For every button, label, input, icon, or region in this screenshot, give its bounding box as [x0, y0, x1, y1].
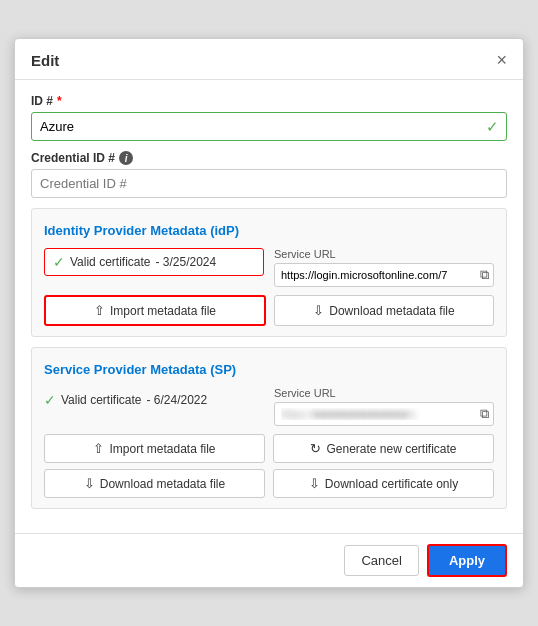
sp-url-input[interactable] [274, 402, 494, 426]
id-input-wrap: ✓ [31, 112, 507, 141]
idp-section-title: Identity Provider Metadata (idP) [44, 223, 494, 238]
sp-buttons-row-1: ⇧ Import metadata file ↻ Generate new ce… [44, 434, 494, 463]
sp-download-meta-btn[interactable]: ⇩ Download metadata file [44, 469, 265, 498]
idp-url-col: Service URL ⧉ [274, 248, 494, 287]
idp-download-btn[interactable]: ⇩ Download metadata file [274, 295, 494, 326]
credential-field-group: Credential ID # i [31, 151, 507, 198]
idp-cert-check-icon: ✓ [53, 254, 65, 270]
idp-import-btn[interactable]: ⇧ Import metadata file [44, 295, 266, 326]
modal-title: Edit [31, 52, 59, 69]
id-field-label: ID # * [31, 94, 507, 108]
sp-cert-url-row: ✓ Valid certificate - 6/24/2022 Service … [44, 387, 494, 426]
sp-valid-cert: ✓ Valid certificate - 6/24/2022 [44, 387, 264, 413]
sp-import-icon: ⇧ [93, 441, 104, 456]
sp-url-input-wrap: ⧉ [274, 402, 494, 426]
sp-generate-btn[interactable]: ↻ Generate new certificate [273, 434, 494, 463]
sp-download-cert-btn[interactable]: ⇩ Download certificate only [273, 469, 494, 498]
info-icon[interactable]: i [119, 151, 133, 165]
id-input[interactable] [31, 112, 507, 141]
idp-cert-col: ✓ Valid certificate - 3/25/2024 [44, 248, 264, 276]
apply-button[interactable]: Apply [427, 544, 507, 577]
idp-section: Identity Provider Metadata (idP) ✓ Valid… [31, 208, 507, 337]
idp-buttons-row: ⇧ Import metadata file ⇩ Download metada… [44, 295, 494, 326]
credential-field-label: Credential ID # i [31, 151, 507, 165]
close-button[interactable]: × [496, 51, 507, 69]
sp-copy-icon[interactable]: ⧉ [480, 406, 489, 422]
sp-cert-check-icon: ✓ [44, 392, 56, 408]
id-field-group: ID # * ✓ [31, 94, 507, 141]
sp-valid-cert-date: - 6/24/2022 [146, 393, 207, 407]
idp-import-icon: ⇧ [94, 303, 105, 318]
sp-import-btn[interactable]: ⇧ Import metadata file [44, 434, 265, 463]
id-check-icon: ✓ [486, 118, 499, 136]
idp-valid-cert-label: Valid certificate [70, 255, 150, 269]
sp-download-meta-icon: ⇩ [84, 476, 95, 491]
modal-body: ID # * ✓ Credential ID # i [15, 80, 523, 533]
idp-valid-cert: ✓ Valid certificate - 3/25/2024 [44, 248, 264, 276]
credential-input-wrap [31, 169, 507, 198]
cancel-button[interactable]: Cancel [344, 545, 418, 576]
required-star: * [57, 94, 62, 108]
idp-valid-cert-date: - 3/25/2024 [155, 255, 216, 269]
idp-copy-icon[interactable]: ⧉ [480, 267, 489, 283]
idp-url-input-wrap: ⧉ [274, 263, 494, 287]
sp-download-cert-icon: ⇩ [309, 476, 320, 491]
sp-generate-icon: ↻ [310, 441, 321, 456]
idp-url-input[interactable] [274, 263, 494, 287]
sp-valid-cert-label: Valid certificate [61, 393, 141, 407]
modal-footer: Cancel Apply [15, 533, 523, 587]
sp-section-title: Service Provider Metadata (SP) [44, 362, 494, 377]
modal-header: Edit × [15, 39, 523, 80]
idp-service-url-label: Service URL [274, 248, 494, 260]
sp-cert-col: ✓ Valid certificate - 6/24/2022 [44, 387, 264, 413]
sp-service-url-label: Service URL [274, 387, 494, 399]
edit-modal: Edit × ID # * ✓ Credential ID # i [14, 38, 524, 588]
sp-url-col: Service URL ⧉ [274, 387, 494, 426]
idp-cert-url-row: ✓ Valid certificate - 3/25/2024 Service … [44, 248, 494, 287]
idp-download-icon: ⇩ [313, 303, 324, 318]
sp-buttons-row-2: ⇩ Download metadata file ⇩ Download cert… [44, 469, 494, 498]
sp-section: Service Provider Metadata (SP) ✓ Valid c… [31, 347, 507, 509]
credential-input[interactable] [31, 169, 507, 198]
